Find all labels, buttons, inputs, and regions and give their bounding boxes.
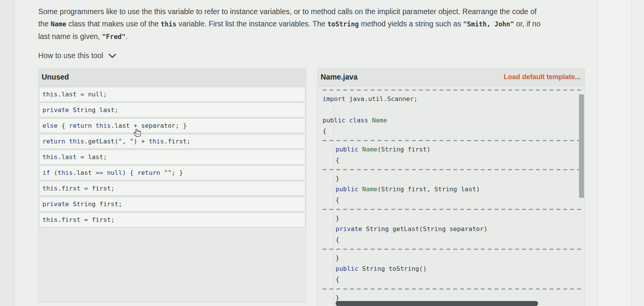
page-left-margin xyxy=(0,0,15,306)
code-line-text: return this.getLast(", ") + this.first; xyxy=(42,138,190,145)
unused-panel-header: Unused xyxy=(39,68,306,86)
code-line-text: public class Name xyxy=(323,117,387,124)
template-code-line: { xyxy=(323,155,584,166)
drop-zone[interactable] xyxy=(323,245,584,253)
drop-zone-dashed-line xyxy=(323,288,581,290)
code-line-text: public Name(String first) xyxy=(323,146,430,153)
page-divider xyxy=(631,0,632,306)
template-panel: Name.java Load default template... impor… xyxy=(317,68,585,306)
vertical-scrollbar-thumb[interactable] xyxy=(579,94,584,198)
draggable-code-line[interactable]: this.last = last; xyxy=(39,150,305,164)
statement-code: Name xyxy=(51,20,67,28)
code-line-text: if (this.last == null) { return ""; } xyxy=(42,169,183,176)
statement-text: variable. First list the instance variab… xyxy=(177,20,328,28)
template-code-line: import java.util.Scanner; xyxy=(323,94,584,104)
code-line-text: this.last = null; xyxy=(42,91,107,98)
template-code-line: public Name(String first) xyxy=(323,144,584,155)
drop-zone-dashed-line xyxy=(323,249,581,250)
code-line-text: } xyxy=(323,215,339,222)
page-divider xyxy=(597,0,598,306)
drop-zone[interactable] xyxy=(323,86,584,94)
drop-zone[interactable] xyxy=(323,285,584,293)
draggable-code-line[interactable]: private String last; xyxy=(39,103,305,117)
template-code-area: import java.util.Scanner;public class Na… xyxy=(318,86,584,306)
template-code-line: } xyxy=(323,253,584,264)
drop-zone[interactable] xyxy=(323,205,584,213)
template-code-line: public class Name xyxy=(323,115,584,126)
code-line-text: private String last; xyxy=(42,106,118,114)
code-line-text: { xyxy=(323,156,339,164)
unused-panel-title: Unused xyxy=(39,73,69,81)
template-code-line: { xyxy=(323,234,584,245)
template-panel-header: Name.java Load default template... xyxy=(318,68,584,86)
page-right-margin xyxy=(598,0,631,306)
template-code-line: { xyxy=(323,195,584,205)
indent-guide-line xyxy=(334,94,334,306)
blank-code-line xyxy=(323,104,584,115)
horizontal-scrollbar-thumb[interactable] xyxy=(336,301,538,306)
code-line-text: this.first = first; xyxy=(42,216,115,223)
drop-zone-dashed-line xyxy=(323,140,581,141)
drop-zone[interactable] xyxy=(323,166,584,173)
draggable-code-line[interactable]: if (this.last == null) { return ""; } xyxy=(39,165,305,180)
drop-zone-dashed-line xyxy=(323,169,581,170)
draggable-code-line[interactable]: return this.getLast(", ") + this.first; xyxy=(39,134,305,149)
code-line-text: { xyxy=(323,127,326,135)
drop-zone[interactable] xyxy=(323,137,584,144)
drop-zone-dashed-line xyxy=(323,209,581,210)
draggable-code-line[interactable]: private String first; xyxy=(39,197,305,212)
chevron-down-icon xyxy=(109,51,116,60)
statement-text: class that makes use of the xyxy=(66,20,161,28)
code-line-text: private String getLast(String separator) xyxy=(323,225,487,233)
code-line-text: } xyxy=(323,175,339,182)
unused-lines: this.last = null; private String last; e… xyxy=(39,86,306,227)
template-code-line: private String getLast(String separator) xyxy=(323,224,584,234)
template-code-line: public String toString() xyxy=(323,264,584,274)
code-line-text: this.last = last; xyxy=(42,153,107,161)
statement-text: method yields a string such as xyxy=(359,20,463,28)
template-code-line: } xyxy=(323,173,584,184)
code-line-text: private String first; xyxy=(42,200,122,208)
draggable-code-line[interactable]: else { return this.last + separator; } xyxy=(39,118,305,133)
template-code-line: { xyxy=(323,126,584,137)
draggable-code-line[interactable]: this.first = first; xyxy=(39,212,305,227)
problem-statement: Some programmers like to use the this va… xyxy=(38,5,547,43)
template-code-line: { xyxy=(323,274,584,285)
statement-code: this xyxy=(161,20,177,28)
unused-panel: Unused this.last = null; private String … xyxy=(38,68,307,303)
statement-code: "Smith, John" xyxy=(463,20,514,28)
template-code-line: public Name(String first, String last) xyxy=(323,184,584,195)
statement-text: . xyxy=(125,32,127,41)
code-line-text: import java.util.Scanner; xyxy=(323,95,417,103)
code-line-text: { xyxy=(323,276,339,283)
load-default-template-link[interactable]: Load default template... xyxy=(504,73,581,81)
code-line-text: else { return this.last + separator; } xyxy=(42,122,187,129)
code-line-text: { xyxy=(323,196,339,203)
code-rearrange-tool: Some programmers like to use the this va… xyxy=(0,0,644,306)
template-code-line: } xyxy=(323,213,584,224)
draggable-code-line[interactable]: this.last = null; xyxy=(39,87,305,102)
code-line-text: public String toString() xyxy=(323,265,427,272)
template-panel-title: Name.java xyxy=(321,73,357,81)
code-line-text: } xyxy=(323,254,339,262)
code-line-text: public Name(String first, String last) xyxy=(323,186,480,193)
statement-code: toString xyxy=(328,20,359,28)
statement-code: "Fred" xyxy=(102,33,125,41)
code-line-text: { xyxy=(323,236,339,243)
how-to-use-toggle[interactable]: How to use this tool xyxy=(38,51,116,60)
draggable-code-line[interactable]: this.first = first; xyxy=(39,181,305,196)
how-to-use-label: How to use this tool xyxy=(38,51,103,60)
code-line-text: } xyxy=(323,294,339,301)
code-line-text: this.first = first; xyxy=(42,185,115,192)
drop-zone-dashed-line xyxy=(323,90,581,91)
